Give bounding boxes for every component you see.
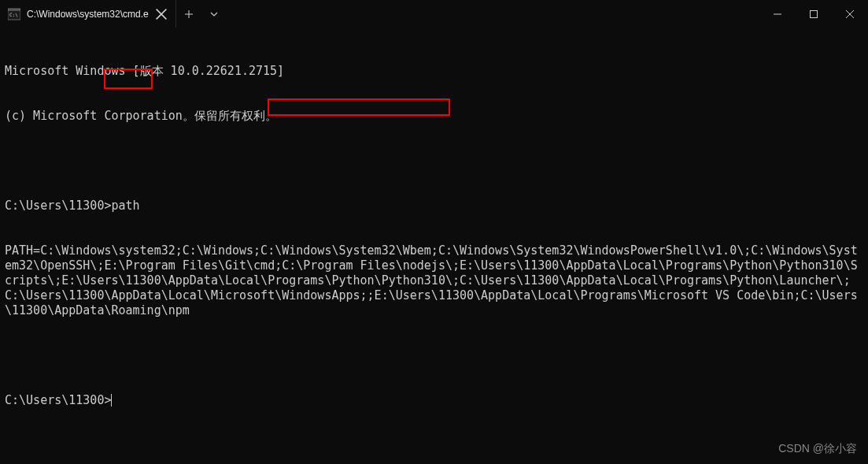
blank-line xyxy=(5,154,863,169)
command-line-1: C:\Users\11300>path xyxy=(5,199,863,213)
path-output: PATH=C:\Windows\system32;C:\Windows;C:\W… xyxy=(5,243,863,318)
version-line: Microsoft Windows [版本 10.0.22621.2715] xyxy=(5,64,863,79)
prompt: C:\Users\11300> xyxy=(5,199,111,213)
maximize-button[interactable] xyxy=(796,0,832,28)
svg-rect-8 xyxy=(811,10,818,17)
command-line-2: C:\Users\11300> xyxy=(5,393,863,408)
minimize-button[interactable] xyxy=(759,0,796,28)
entered-command: path xyxy=(111,199,139,213)
title-bar: C:\ C:\Windows\system32\cmd.e xyxy=(0,0,868,28)
prompt: C:\Users\11300> xyxy=(5,393,111,407)
tab-title: C:\Windows\system32\cmd.e xyxy=(27,9,149,20)
new-tab-button[interactable] xyxy=(176,0,201,28)
tab-actions xyxy=(176,0,227,28)
copyright-line: (c) Microsoft Corporation。保留所有权利。 xyxy=(5,109,863,124)
cursor xyxy=(111,394,112,406)
svg-text:C:\: C:\ xyxy=(9,12,18,17)
close-tab-icon[interactable] xyxy=(155,8,168,20)
terminal-output[interactable]: Microsoft Windows [版本 10.0.22621.2715] (… xyxy=(0,28,868,464)
window-close-button[interactable] xyxy=(832,0,868,28)
svg-rect-1 xyxy=(8,9,20,11)
window-controls xyxy=(759,0,868,28)
tab-dropdown-button[interactable] xyxy=(201,0,227,28)
window-tab[interactable]: C:\ C:\Windows\system32\cmd.e xyxy=(0,0,176,28)
watermark: CSDN @徐小容 xyxy=(778,442,857,456)
cmd-icon: C:\ xyxy=(8,8,20,20)
blank-line xyxy=(5,348,863,363)
